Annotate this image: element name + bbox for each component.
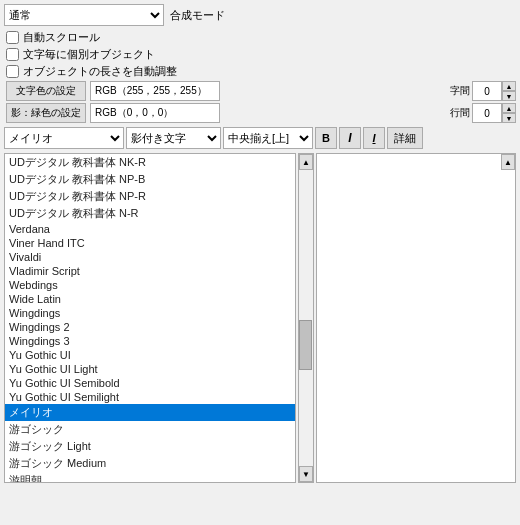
font-list-item[interactable]: UDデジタル 教科書体 NP-R	[5, 188, 295, 205]
underline-button[interactable]: I	[363, 127, 385, 149]
font-list-item[interactable]: 游ゴシック	[5, 421, 295, 438]
char-spacing-input[interactable]	[472, 81, 502, 101]
main-container: 通常 合成モード 自動スクロール 文字毎に個別オブジェクト オブジェクトの長さを…	[0, 0, 520, 487]
shadow-color-row: 影：緑色の設定 RGB（0，0，0） 行間 ▲ ▼	[4, 103, 516, 123]
blend-mode-select[interactable]: 通常	[4, 4, 164, 26]
auto-length-row: オブジェクトの長さを自動調整	[4, 64, 516, 79]
font-list-item[interactable]: 游明朝	[5, 472, 295, 482]
per-char-label: 文字毎に個別オブジェクト	[23, 47, 155, 62]
font-select[interactable]: メイリオ	[4, 127, 124, 149]
font-list-item[interactable]: Yu Gothic UI Semilight	[5, 390, 295, 404]
font-list-item[interactable]: UDデジタル 教科書体 N-R	[5, 205, 295, 222]
font-list-item[interactable]: Wingdings 2	[5, 320, 295, 334]
font-list-item[interactable]: Yu Gothic UI Semibold	[5, 376, 295, 390]
line-spacing-input[interactable]	[472, 103, 502, 123]
style-select[interactable]: 影付き文字	[126, 127, 221, 149]
align-select[interactable]: 中央揃え[上]	[223, 127, 313, 149]
font-list-scrollbar[interactable]: ▲ ▼	[298, 153, 314, 483]
bold-button[interactable]: B	[315, 127, 337, 149]
per-char-checkbox[interactable]	[6, 48, 19, 61]
font-list-item[interactable]: Vladimir Script	[5, 264, 295, 278]
scrollbar-thumb[interactable]	[299, 320, 312, 370]
auto-scroll-checkbox[interactable]	[6, 31, 19, 44]
italic-button[interactable]: I	[339, 127, 361, 149]
text-color-button[interactable]: 文字色の設定	[6, 81, 86, 101]
text-color-row: 文字色の設定 RGB（255，255，255） 字間 ▲ ▼	[4, 81, 516, 101]
font-list-item[interactable]: Yu Gothic UI Light	[5, 362, 295, 376]
line-spacing-up[interactable]: ▲	[502, 103, 516, 113]
shadow-color-button[interactable]: 影：緑色の設定	[6, 103, 86, 123]
font-list[interactable]: UDデジタル 教科書体 NK-RUDデジタル 教科書体 NP-BUDデジタル 教…	[5, 154, 295, 482]
char-spacing-down[interactable]: ▼	[502, 91, 516, 101]
char-spacing-section: 字間 ▲ ▼	[450, 81, 516, 101]
auto-length-label: オブジェクトの長さを自動調整	[23, 64, 177, 79]
font-list-item[interactable]: UDデジタル 教科書体 NK-R	[5, 154, 295, 171]
line-spacing-section: 行間 ▲ ▼	[450, 103, 516, 123]
detail-button[interactable]: 詳細	[387, 127, 423, 149]
font-list-item[interactable]: Vivaldi	[5, 250, 295, 264]
font-list-item[interactable]: 游ゴシック Light	[5, 438, 295, 455]
font-list-item[interactable]: Yu Gothic UI	[5, 348, 295, 362]
per-char-row: 文字毎に個別オブジェクト	[4, 47, 516, 62]
blend-row: 通常 合成モード	[4, 4, 516, 26]
auto-scroll-row: 自動スクロール	[4, 30, 516, 45]
auto-length-checkbox[interactable]	[6, 65, 19, 78]
font-list-item[interactable]: メイリオ	[5, 404, 295, 421]
font-list-item[interactable]: Webdings	[5, 278, 295, 292]
font-list-panel: UDデジタル 教科書体 NK-RUDデジタル 教科書体 NP-BUDデジタル 教…	[4, 153, 296, 483]
char-spacing-up[interactable]: ▲	[502, 81, 516, 91]
font-list-item[interactable]: 游ゴシック Medium	[5, 455, 295, 472]
font-list-item[interactable]: Wingdings	[5, 306, 295, 320]
scrollbar-track	[299, 170, 313, 466]
line-spacing-label: 行間	[450, 106, 470, 120]
line-spacing-spinner: ▲ ▼	[472, 103, 516, 123]
font-list-item[interactable]: Verdana	[5, 222, 295, 236]
char-spacing-label: 字間	[450, 84, 470, 98]
scrollbar-up-button[interactable]: ▲	[299, 154, 313, 170]
right-scrollbar-up[interactable]: ▲	[501, 154, 515, 170]
blend-mode-label: 合成モード	[170, 8, 225, 23]
char-spacing-buttons: ▲ ▼	[502, 81, 516, 101]
preview-panel: ▲	[316, 153, 516, 483]
shadow-color-value: RGB（0，0，0）	[90, 103, 220, 123]
font-list-item[interactable]: Wingdings 3	[5, 334, 295, 348]
auto-scroll-label: 自動スクロール	[23, 30, 100, 45]
toolbar-row: メイリオ 影付き文字 中央揃え[上] B I I 詳細	[4, 127, 516, 149]
line-spacing-buttons: ▲ ▼	[502, 103, 516, 123]
line-spacing-down[interactable]: ▼	[502, 113, 516, 123]
char-spacing-spinner: ▲ ▼	[472, 81, 516, 101]
font-list-item[interactable]: Viner Hand ITC	[5, 236, 295, 250]
text-color-value: RGB（255，255，255）	[90, 81, 220, 101]
panels-row: UDデジタル 教科書体 NK-RUDデジタル 教科書体 NP-BUDデジタル 教…	[4, 153, 516, 483]
scrollbar-down-button[interactable]: ▼	[299, 466, 313, 482]
font-list-item[interactable]: UDデジタル 教科書体 NP-B	[5, 171, 295, 188]
font-list-item[interactable]: Wide Latin	[5, 292, 295, 306]
